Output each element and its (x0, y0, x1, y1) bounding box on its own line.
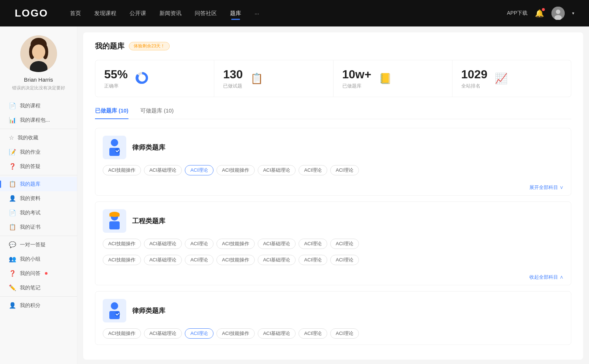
tag-1-5[interactable]: ACI基础理论 (258, 165, 296, 175)
favorites-icon: ☆ (9, 134, 14, 141)
qbank-card-engineer: 工程类题库 ACI技能操作 ACI基础理论 ACI理论 ACI技能操作 ACI基… (95, 201, 571, 285)
one-on-one-icon: 💬 (9, 241, 16, 248)
accuracy-number: 55% 正确率 (104, 68, 128, 89)
trial-badge: 体验剩余23天！ (129, 42, 170, 50)
tag-3-6[interactable]: ACI理论 (299, 328, 327, 339)
nav-home[interactable]: 首页 (70, 10, 81, 17)
lawyer-person-icon-3 (106, 301, 123, 320)
tag-1-6[interactable]: ACI理论 (299, 165, 327, 175)
tag-3-1[interactable]: ACI技能操作 (103, 328, 141, 339)
nav-more[interactable]: ··· (254, 10, 259, 17)
tag-2-13[interactable]: ACI理论 (299, 255, 327, 265)
tag-2-10[interactable]: ACI理论 (185, 255, 214, 265)
tag-3-2[interactable]: ACI基础理论 (144, 328, 182, 339)
tag-2-8[interactable]: ACI技能操作 (103, 255, 141, 265)
user-dropdown-icon[interactable]: ▾ (572, 11, 574, 16)
my-courses-icon: 📄 (9, 102, 16, 109)
tabs-row: 已做题库 (10) 可做题库 (10) (95, 107, 571, 119)
nav-news[interactable]: 新闻资讯 (159, 10, 181, 17)
app-download-button[interactable]: APP下载 (507, 10, 528, 17)
tag-1-4[interactable]: ACI技能操作 (216, 165, 255, 175)
user-motto: 错误的决定比没有决定要好 (6, 85, 71, 91)
ranking-icon: 📈 (495, 72, 508, 85)
sidebar-item-exam[interactable]: 📄 我的考试 (0, 206, 77, 220)
sidebar-item-points[interactable]: 👤 我的积分 (0, 298, 77, 313)
navbar-right: APP下载 🔔 ▾ (507, 7, 574, 20)
sidebar-item-my-qa[interactable]: ❓ 我的问答 (0, 266, 77, 281)
qbank-card-header-2: 工程类题库 (95, 202, 571, 239)
tag-1-7[interactable]: ACI理论 (330, 165, 359, 175)
tag-2-1[interactable]: ACI技能操作 (103, 239, 141, 249)
sidebar-divider-3 (0, 236, 77, 236)
tag-3-7[interactable]: ACI理论 (330, 328, 359, 339)
tag-3-3[interactable]: ACI理论 (185, 328, 214, 339)
qbank-title-1: 律师类题库 (132, 143, 165, 152)
tag-1-3[interactable]: ACI理论 (185, 165, 214, 175)
sidebar-divider-1 (0, 129, 77, 129)
sidebar-item-my-courses[interactable]: 📄 我的课程 (0, 99, 77, 113)
nav-qbank[interactable]: 题库 (230, 10, 241, 17)
nav-discover[interactable]: 发现课程 (94, 10, 116, 17)
sidebar-divider-4 (0, 296, 77, 297)
svg-point-8 (32, 44, 45, 59)
homework-icon: 📝 (9, 149, 16, 156)
svg-rect-18 (109, 221, 120, 229)
done-questions-icon: 📋 (250, 72, 263, 85)
sidebar-item-notes[interactable]: ✏️ 我的笔记 (0, 281, 77, 295)
tag-2-4[interactable]: ACI技能操作 (216, 239, 255, 249)
notes-icon: ✏️ (9, 284, 16, 291)
sidebar-item-qa[interactable]: ❓ 我的答疑 (0, 159, 77, 174)
sidebar-divider-2 (0, 175, 77, 175)
sidebar-item-one-on-one[interactable]: 💬 一对一答疑 (0, 238, 77, 252)
nav-links: 首页 发现课程 公开课 新闻资讯 问答社区 题库 ··· (70, 10, 507, 17)
sidebar-item-qbank[interactable]: 📋 我的题库 (0, 177, 77, 191)
qbank-expand-1[interactable]: 展开全部科目 ∨ (95, 181, 571, 195)
tab-available-banks[interactable]: 可做题库 (10) (140, 107, 174, 119)
svg-point-11 (138, 74, 146, 82)
sidebar-item-homework[interactable]: 📝 我的作业 (0, 145, 77, 159)
tag-2-14[interactable]: ACI理论 (330, 255, 359, 265)
stat-ranking: 1029 全站排名 📈 (452, 60, 571, 97)
avatar-img (551, 7, 565, 20)
tag-2-3[interactable]: ACI理论 (185, 239, 214, 249)
tab-done-banks[interactable]: 已做题库 (10) (95, 107, 128, 119)
nav-open-course[interactable]: 公开课 (130, 10, 146, 17)
qbank-icon: 📋 (9, 181, 16, 188)
qbank-card-header-3: 律师类题库 (95, 292, 571, 328)
tag-1-1[interactable]: ACI技能操作 (103, 165, 141, 175)
tag-1-2[interactable]: ACI基础理论 (144, 165, 182, 175)
qbank-collapse-2[interactable]: 收起全部科目 ∧ (95, 271, 571, 285)
tag-3-5[interactable]: ACI基础理论 (258, 328, 296, 339)
qbank-title-2: 工程类题库 (132, 217, 165, 225)
svg-point-1 (556, 10, 560, 14)
nav-qa[interactable]: 问答社区 (195, 10, 217, 17)
sidebar-item-favorites[interactable]: ☆ 我的收藏 (0, 131, 77, 145)
sidebar-item-group[interactable]: 👥 我的小组 (0, 252, 77, 266)
tag-2-6[interactable]: ACI理论 (299, 239, 327, 249)
tag-2-2[interactable]: ACI基础理论 (144, 239, 182, 249)
user-avatar[interactable] (551, 7, 565, 20)
qa-icon: ❓ (9, 163, 16, 170)
main-content: 我的题库 体验剩余23天！ 55% 正确率 (83, 32, 583, 360)
certificate-icon: 📋 (9, 224, 16, 231)
svg-rect-17 (109, 215, 120, 217)
notification-bell-icon[interactable]: 🔔 (535, 9, 544, 18)
sidebar-item-my-course-packages[interactable]: 📊 我的课程包... (0, 113, 77, 127)
sidebar-item-profile[interactable]: 👤 我的资料 (0, 191, 77, 206)
page-header: 我的题库 体验剩余23天！ (95, 41, 571, 51)
user-name: Brian Harris (24, 76, 53, 83)
tag-2-11[interactable]: ACI技能操作 (216, 255, 255, 265)
avatar-image (20, 35, 57, 72)
lawyer-icon-wrap-3 (103, 299, 126, 322)
tag-2-7[interactable]: ACI理论 (330, 239, 359, 249)
tag-3-4[interactable]: ACI技能操作 (216, 328, 255, 339)
tag-2-9[interactable]: ACI基础理论 (144, 255, 182, 265)
page-title: 我的题库 (95, 41, 124, 51)
tag-2-5[interactable]: ACI基础理论 (258, 239, 296, 249)
tag-2-12[interactable]: ACI基础理论 (258, 255, 296, 265)
sidebar-item-certificate[interactable]: 📋 我的证书 (0, 220, 77, 234)
lawyer-icon-wrap-1 (103, 136, 126, 159)
points-icon: 👤 (9, 302, 16, 309)
sidebar-menu: 📄 我的课程 📊 我的课程包... ☆ 我的收藏 📝 我的作业 ❓ 我的答疑 (0, 99, 77, 313)
stats-row: 55% 正确率 130 已做试题 📋 (95, 60, 571, 97)
